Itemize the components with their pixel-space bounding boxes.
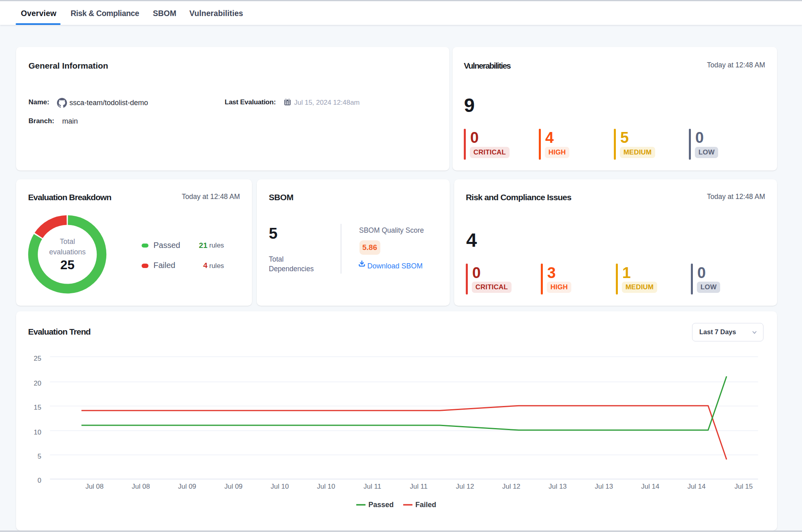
svg-text:5: 5 xyxy=(38,453,41,460)
svg-text:Jul 09: Jul 09 xyxy=(224,483,242,490)
svg-text:Jul 08: Jul 08 xyxy=(132,483,150,490)
svg-text:Jul 13: Jul 13 xyxy=(595,483,613,490)
svg-text:Jul 08: Jul 08 xyxy=(85,483,104,490)
svg-text:Jul 11: Jul 11 xyxy=(410,483,428,490)
svg-text:Jul 09: Jul 09 xyxy=(178,483,196,490)
svg-text:Jul 14: Jul 14 xyxy=(641,483,659,490)
svg-text:Jul 13: Jul 13 xyxy=(548,483,566,490)
svg-text:Jul 12: Jul 12 xyxy=(456,483,474,490)
svg-text:Jul 12: Jul 12 xyxy=(502,483,520,490)
svg-text:Jul 10: Jul 10 xyxy=(317,483,335,490)
svg-text:Jul 14: Jul 14 xyxy=(687,483,705,490)
svg-text:Passed: Passed xyxy=(368,501,394,509)
svg-text:15: 15 xyxy=(34,404,41,411)
svg-text:10: 10 xyxy=(34,428,41,436)
svg-text:Failed: Failed xyxy=(415,501,436,509)
svg-text:Jul 11: Jul 11 xyxy=(363,483,381,490)
svg-text:Jul 10: Jul 10 xyxy=(271,483,289,490)
svg-text:Jul 15: Jul 15 xyxy=(735,483,753,490)
svg-text:0: 0 xyxy=(38,477,41,484)
svg-text:20: 20 xyxy=(34,380,41,387)
svg-text:25: 25 xyxy=(34,355,41,362)
